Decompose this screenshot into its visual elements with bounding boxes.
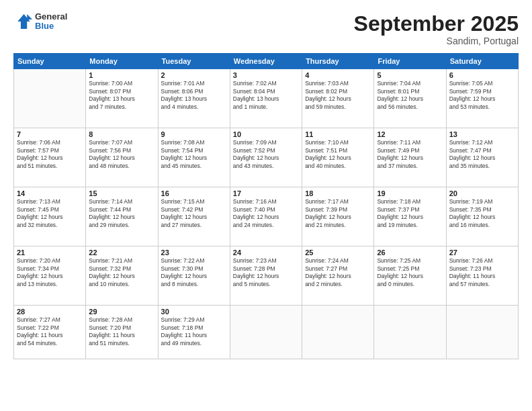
calendar-cell: 1Sunrise: 7:00 AM Sunset: 8:07 PM Daylig…: [86, 69, 158, 128]
day-number: 21: [17, 248, 83, 257]
day-info: Sunrise: 7:27 AM Sunset: 7:22 PM Dayligh…: [17, 316, 83, 347]
week-row-4: 21Sunrise: 7:20 AM Sunset: 7:34 PM Dayli…: [14, 246, 519, 306]
day-number: 25: [305, 248, 371, 257]
calendar-cell: 2Sunrise: 7:01 AM Sunset: 8:06 PM Daylig…: [158, 69, 230, 128]
cell-inner: 3Sunrise: 7:02 AM Sunset: 8:04 PM Daylig…: [233, 71, 299, 111]
day-number: 11: [305, 130, 371, 138]
cell-inner: 20Sunrise: 7:19 AM Sunset: 7:35 PM Dayli…: [449, 189, 515, 229]
day-number: 8: [89, 130, 154, 138]
day-number: 1: [89, 71, 154, 79]
day-number: 18: [305, 189, 371, 197]
calendar-cell: 28Sunrise: 7:27 AM Sunset: 7:22 PM Dayli…: [14, 306, 86, 359]
cell-inner: 25Sunrise: 7:24 AM Sunset: 7:27 PM Dayli…: [305, 248, 371, 288]
col-header-friday: Friday: [374, 54, 446, 69]
calendar-cell: 20Sunrise: 7:19 AM Sunset: 7:35 PM Dayli…: [446, 187, 518, 246]
day-info: Sunrise: 7:11 AM Sunset: 7:49 PM Dayligh…: [377, 139, 443, 170]
subtitle: Sandim, Portugal: [354, 36, 519, 46]
day-number: 19: [377, 189, 443, 197]
day-info: Sunrise: 7:21 AM Sunset: 7:32 PM Dayligh…: [89, 257, 154, 288]
calendar-cell: [14, 69, 86, 128]
month-title: September 2025: [354, 12, 519, 36]
cell-inner: 14Sunrise: 7:13 AM Sunset: 7:45 PM Dayli…: [17, 189, 83, 229]
day-info: Sunrise: 7:20 AM Sunset: 7:34 PM Dayligh…: [17, 257, 83, 288]
day-number: 5: [377, 71, 443, 79]
cell-inner: 29Sunrise: 7:28 AM Sunset: 7:20 PM Dayli…: [89, 308, 154, 347]
calendar-cell: 8Sunrise: 7:07 AM Sunset: 7:56 PM Daylig…: [86, 128, 158, 187]
day-info: Sunrise: 7:10 AM Sunset: 7:51 PM Dayligh…: [305, 139, 371, 170]
calendar-cell: 26Sunrise: 7:25 AM Sunset: 7:25 PM Dayli…: [374, 246, 446, 306]
day-info: Sunrise: 7:05 AM Sunset: 7:59 PM Dayligh…: [449, 80, 515, 111]
day-number: 14: [17, 189, 83, 197]
cell-inner: 4Sunrise: 7:03 AM Sunset: 8:02 PM Daylig…: [305, 71, 371, 111]
col-header-sunday: Sunday: [14, 54, 86, 69]
cell-inner: 10Sunrise: 7:09 AM Sunset: 7:52 PM Dayli…: [233, 130, 299, 170]
calendar-cell: 25Sunrise: 7:24 AM Sunset: 7:27 PM Dayli…: [302, 246, 374, 306]
logo-icon: [13, 12, 32, 31]
day-number: 16: [161, 189, 227, 197]
day-info: Sunrise: 7:08 AM Sunset: 7:54 PM Dayligh…: [161, 139, 227, 170]
calendar-cell: 22Sunrise: 7:21 AM Sunset: 7:32 PM Dayli…: [86, 246, 158, 306]
cell-inner: 18Sunrise: 7:17 AM Sunset: 7:39 PM Dayli…: [305, 189, 371, 229]
day-number: 24: [233, 248, 299, 257]
cell-inner: 6Sunrise: 7:05 AM Sunset: 7:59 PM Daylig…: [449, 71, 515, 111]
day-info: Sunrise: 7:26 AM Sunset: 7:23 PM Dayligh…: [449, 257, 515, 288]
day-info: Sunrise: 7:00 AM Sunset: 8:07 PM Dayligh…: [89, 80, 154, 111]
day-number: 10: [233, 130, 299, 138]
calendar-cell: 4Sunrise: 7:03 AM Sunset: 8:02 PM Daylig…: [302, 69, 374, 128]
day-number: 29: [89, 308, 154, 316]
week-row-1: 1Sunrise: 7:00 AM Sunset: 8:07 PM Daylig…: [14, 69, 519, 128]
calendar-cell: [446, 306, 518, 359]
day-number: 4: [305, 71, 371, 79]
day-info: Sunrise: 7:15 AM Sunset: 7:42 PM Dayligh…: [161, 198, 227, 229]
cell-inner: 17Sunrise: 7:16 AM Sunset: 7:40 PM Dayli…: [233, 189, 299, 229]
calendar-cell: 18Sunrise: 7:17 AM Sunset: 7:39 PM Dayli…: [302, 187, 374, 246]
calendar-cell: 23Sunrise: 7:22 AM Sunset: 7:30 PM Dayli…: [158, 246, 230, 306]
cell-inner: 22Sunrise: 7:21 AM Sunset: 7:32 PM Dayli…: [89, 248, 154, 288]
calendar-cell: 5Sunrise: 7:04 AM Sunset: 8:01 PM Daylig…: [374, 69, 446, 128]
calendar-cell: 30Sunrise: 7:29 AM Sunset: 7:18 PM Dayli…: [158, 306, 230, 359]
day-info: Sunrise: 7:06 AM Sunset: 7:57 PM Dayligh…: [17, 139, 83, 170]
calendar-cell: 9Sunrise: 7:08 AM Sunset: 7:54 PM Daylig…: [158, 128, 230, 187]
day-info: Sunrise: 7:16 AM Sunset: 7:40 PM Dayligh…: [233, 198, 299, 229]
week-row-2: 7Sunrise: 7:06 AM Sunset: 7:57 PM Daylig…: [14, 128, 519, 187]
day-number: 27: [449, 248, 515, 257]
day-info: Sunrise: 7:25 AM Sunset: 7:25 PM Dayligh…: [377, 257, 443, 288]
day-info: Sunrise: 7:02 AM Sunset: 8:04 PM Dayligh…: [233, 80, 299, 111]
calendar-cell: [302, 306, 374, 359]
day-info: Sunrise: 7:17 AM Sunset: 7:39 PM Dayligh…: [305, 198, 371, 229]
cell-inner: 23Sunrise: 7:22 AM Sunset: 7:30 PM Dayli…: [161, 248, 227, 288]
calendar-cell: 24Sunrise: 7:23 AM Sunset: 7:28 PM Dayli…: [230, 246, 302, 306]
week-row-5: 28Sunrise: 7:27 AM Sunset: 7:22 PM Dayli…: [14, 306, 519, 359]
calendar-cell: 10Sunrise: 7:09 AM Sunset: 7:52 PM Dayli…: [230, 128, 302, 187]
day-info: Sunrise: 7:03 AM Sunset: 8:02 PM Dayligh…: [305, 80, 371, 111]
col-header-thursday: Thursday: [302, 54, 374, 69]
cell-inner: 8Sunrise: 7:07 AM Sunset: 7:56 PM Daylig…: [89, 130, 154, 170]
day-info: Sunrise: 7:04 AM Sunset: 8:01 PM Dayligh…: [377, 80, 443, 111]
logo-line1: General: [35, 12, 67, 21]
calendar-cell: 3Sunrise: 7:02 AM Sunset: 8:04 PM Daylig…: [230, 69, 302, 128]
calendar-table: SundayMondayTuesdayWednesdayThursdayFrid…: [13, 53, 519, 359]
cell-inner: 19Sunrise: 7:18 AM Sunset: 7:37 PM Dayli…: [377, 189, 443, 229]
calendar-cell: 7Sunrise: 7:06 AM Sunset: 7:57 PM Daylig…: [14, 128, 86, 187]
calendar-cell: 6Sunrise: 7:05 AM Sunset: 7:59 PM Daylig…: [446, 69, 518, 128]
calendar-cell: [374, 306, 446, 359]
logo-text: General Blue: [35, 12, 67, 32]
day-info: Sunrise: 7:09 AM Sunset: 7:52 PM Dayligh…: [233, 139, 299, 170]
calendar-cell: 21Sunrise: 7:20 AM Sunset: 7:34 PM Dayli…: [14, 246, 86, 306]
cell-inner: 9Sunrise: 7:08 AM Sunset: 7:54 PM Daylig…: [161, 130, 227, 170]
logo: General Blue: [13, 12, 67, 32]
title-block: September 2025 Sandim, Portugal: [354, 12, 519, 46]
day-info: Sunrise: 7:07 AM Sunset: 7:56 PM Dayligh…: [89, 139, 154, 170]
cell-inner: 16Sunrise: 7:15 AM Sunset: 7:42 PM Dayli…: [161, 189, 227, 229]
page: General Blue September 2025 Sandim, Port…: [0, 0, 532, 411]
cell-inner: 12Sunrise: 7:11 AM Sunset: 7:49 PM Dayli…: [377, 130, 443, 170]
day-number: 6: [449, 71, 515, 79]
day-number: 30: [161, 308, 227, 316]
calendar-header-row: SundayMondayTuesdayWednesdayThursdayFrid…: [14, 54, 519, 69]
calendar-cell: 12Sunrise: 7:11 AM Sunset: 7:49 PM Dayli…: [374, 128, 446, 187]
col-header-saturday: Saturday: [446, 54, 518, 69]
calendar-cell: 29Sunrise: 7:28 AM Sunset: 7:20 PM Dayli…: [86, 306, 158, 359]
day-number: 28: [17, 308, 83, 316]
cell-inner: 15Sunrise: 7:14 AM Sunset: 7:44 PM Dayli…: [89, 189, 154, 229]
cell-inner: 11Sunrise: 7:10 AM Sunset: 7:51 PM Dayli…: [305, 130, 371, 170]
